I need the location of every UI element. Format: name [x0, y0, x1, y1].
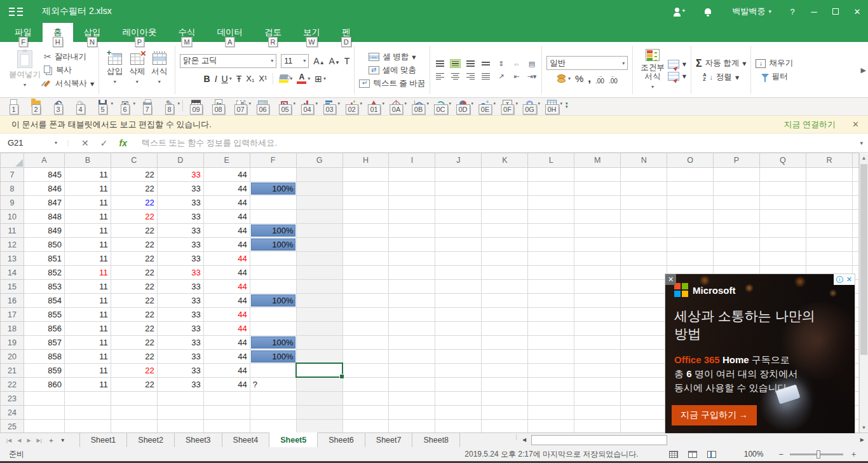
cell-K15[interactable] — [482, 280, 528, 294]
cell-I15[interactable] — [389, 280, 435, 294]
row-header-21[interactable]: 21 — [1, 364, 24, 378]
column-header-A[interactable]: A — [24, 153, 64, 168]
cell-B20[interactable]: 11 — [64, 350, 111, 364]
cell-D19[interactable]: 33 — [157, 336, 203, 350]
cell-K21[interactable] — [482, 364, 528, 378]
cell-H24[interactable] — [342, 406, 389, 420]
cell-M25[interactable] — [574, 420, 621, 433]
cell-L21[interactable] — [528, 364, 574, 378]
formula-input[interactable]: 텍스트 또는 함수 정보를 입력하세요. — [142, 137, 855, 149]
cell-G12[interactable] — [296, 238, 342, 252]
row-header-22[interactable]: 22 — [1, 378, 24, 392]
cell-O11[interactable] — [667, 224, 714, 238]
cell-C14[interactable]: 22 — [111, 266, 157, 280]
copy-button[interactable]: 복사 — [44, 65, 94, 76]
cell-P12[interactable] — [714, 238, 760, 252]
clear-format-button[interactable]: T — [344, 56, 350, 66]
qat-scatter-chart-button[interactable]: ▾02 — [341, 98, 363, 116]
cell-A14[interactable]: 852 — [24, 266, 64, 280]
qat-line-chart-button[interactable]: ▾0B — [407, 98, 430, 116]
formula-bar-handle[interactable]: ⋮ — [65, 139, 72, 146]
zoom-in-button[interactable]: ＋ — [850, 448, 858, 460]
qat-shapes-button[interactable]: ▾05 — [274, 98, 296, 116]
orientation-icon[interactable]: ↗ — [496, 72, 506, 81]
fill-button[interactable]: ↓채우기 — [756, 58, 793, 69]
cell-C8[interactable]: 22 — [111, 182, 157, 196]
cell-N18[interactable] — [621, 322, 667, 336]
column-header-B[interactable]: B — [64, 153, 111, 168]
cell-M16[interactable] — [574, 294, 621, 308]
cell-P11[interactable] — [714, 224, 760, 238]
vertical-scroll-thumb[interactable] — [860, 164, 867, 355]
cell-F25[interactable] — [250, 420, 296, 433]
cell-H22[interactable] — [342, 378, 389, 392]
cell-K14[interactable] — [482, 266, 528, 280]
cell-A18[interactable]: 856 — [24, 322, 64, 336]
cell-B19[interactable]: 11 — [64, 336, 111, 350]
align-distributed-button[interactable] — [480, 59, 491, 68]
cell-L24[interactable] — [528, 406, 574, 420]
adchoices-badge[interactable]: i✕ — [834, 274, 855, 285]
ribbon-overflow-arrow[interactable]: ▶ — [861, 66, 866, 74]
qat-save-button[interactable]: ▾5 — [92, 98, 114, 116]
sheet-tab-sheet1[interactable]: Sheet1 — [79, 433, 128, 447]
cell-E10[interactable]: 44 — [203, 210, 250, 224]
cell-N13[interactable] — [621, 252, 667, 266]
cell-N23[interactable] — [621, 392, 667, 406]
cell-F17[interactable] — [250, 308, 296, 322]
sort-button[interactable]: AZ↓정렬▾ — [703, 72, 739, 83]
cell-F19[interactable]: 100% — [250, 336, 296, 350]
cancel-entry-button[interactable]: ✕ — [76, 138, 95, 148]
cell-B15[interactable]: 11 — [64, 280, 111, 294]
increase-decimal-button[interactable]: →.00 — [595, 74, 604, 84]
cell-P13[interactable] — [714, 252, 760, 266]
notice-close-icon[interactable]: ✕ — [852, 120, 859, 129]
ribbon-tab-formulas[interactable]: 수식M — [168, 23, 207, 42]
decrease-decimal-button[interactable]: ←.00 — [609, 74, 618, 84]
cell-I21[interactable] — [389, 364, 435, 378]
zoom-slider-thumb[interactable] — [817, 450, 820, 459]
cell-Q12[interactable] — [759, 238, 806, 252]
cell-L22[interactable] — [528, 378, 574, 392]
cell-L13[interactable] — [528, 252, 574, 266]
cell-C18[interactable]: 22 — [111, 322, 157, 336]
cell-B21[interactable]: 11 — [64, 364, 111, 378]
cell-J24[interactable] — [435, 406, 482, 420]
row-header-11[interactable]: 11 — [1, 224, 24, 238]
cell-F21[interactable] — [250, 364, 296, 378]
cell-M11[interactable] — [574, 224, 621, 238]
cell-B25[interactable] — [64, 420, 111, 433]
next-sheet-icon[interactable]: ▶ — [27, 438, 31, 443]
qat-email-button[interactable]: ✉▾6 — [114, 98, 136, 116]
cell-L15[interactable] — [528, 280, 574, 294]
cell-F20[interactable]: 100% — [250, 350, 296, 364]
help-button[interactable]: ? — [782, 0, 803, 23]
cell-K11[interactable] — [482, 224, 528, 238]
qat-table-dark-button[interactable]: 09 — [185, 98, 207, 116]
ribbon-tab-pen[interactable]: 펜D — [331, 23, 362, 42]
cell-Q8[interactable] — [759, 182, 806, 196]
cell-R12[interactable] — [806, 238, 852, 252]
cell-F10[interactable] — [250, 210, 296, 224]
cell-A8[interactable]: 846 — [24, 182, 64, 196]
bold-button[interactable]: B — [204, 74, 210, 84]
first-sheet-icon[interactable]: |◀ — [6, 438, 11, 443]
cell-J8[interactable] — [435, 182, 482, 196]
cell-L20[interactable] — [528, 350, 574, 364]
horizontal-scroll-thumb[interactable] — [531, 435, 667, 445]
cell-F12[interactable]: 100% — [250, 238, 296, 252]
qat-screenshot-button[interactable]: ▾07 — [229, 98, 252, 116]
cell-I18[interactable] — [389, 322, 435, 336]
cell-N16[interactable] — [621, 294, 667, 308]
cell-F7[interactable] — [250, 168, 296, 182]
cell-O9[interactable] — [667, 196, 714, 210]
cell-B13[interactable]: 11 — [64, 252, 111, 266]
cell-D13[interactable]: 33 — [157, 252, 203, 266]
qat-open-folder-button[interactable]: 2 — [25, 98, 47, 116]
cut-button[interactable]: ✂잘라내기 — [44, 52, 94, 62]
cell-A22[interactable]: 860 — [24, 378, 64, 392]
cell-R10[interactable] — [806, 210, 852, 224]
align-center-button[interactable] — [450, 72, 461, 81]
cell-E8[interactable]: 44 — [203, 182, 250, 196]
cell-G16[interactable] — [296, 294, 342, 308]
